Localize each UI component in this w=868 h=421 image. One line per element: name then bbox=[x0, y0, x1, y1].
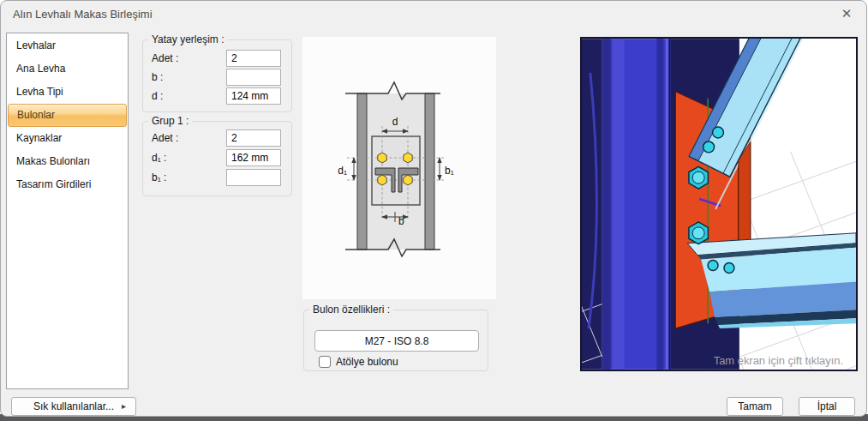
atolye-bulonu-checkbox[interactable] bbox=[319, 356, 331, 368]
sidebar-item-ana-levha[interactable]: Ana Levha bbox=[7, 57, 128, 81]
b1-label: b₁ : bbox=[152, 171, 166, 183]
sidebar-nav: Levhalar Ana Levha Levha Tipi Bulonlar K… bbox=[6, 33, 129, 389]
adet-input[interactable] bbox=[226, 50, 281, 67]
sidebar-item-makas-bulonlari[interactable]: Makas Bulonları bbox=[7, 150, 128, 173]
ok-button[interactable]: Tamam bbox=[727, 397, 783, 416]
d1-label: d₁ : bbox=[152, 152, 166, 164]
grup1-adet-input[interactable] bbox=[226, 129, 281, 147]
b1-input[interactable] bbox=[226, 169, 281, 186]
title-bar[interactable]: Alın Levhalı Makas Birleşimi ✕ bbox=[1, 1, 866, 27]
group-horizontal-layout-title: Yatay yerleşim : bbox=[148, 33, 227, 45]
column-flange-right bbox=[425, 93, 434, 250]
d-input[interactable] bbox=[226, 87, 281, 105]
preview-3d-viewport[interactable]: Tam ekran için çift tıklayın. bbox=[580, 37, 858, 371]
group-grup1: Grup 1 : Adet : d₁ : b₁ : bbox=[142, 121, 292, 196]
cancel-button[interactable]: İptal bbox=[799, 397, 855, 416]
b-input[interactable] bbox=[226, 69, 281, 86]
bolt-diagram-svg: d d₁ b₁ b bbox=[302, 37, 496, 299]
adet-label: Adet : bbox=[152, 52, 178, 64]
atolye-bulonu-label[interactable]: Atölye bulonu bbox=[336, 356, 398, 368]
group-bolt-properties: Bulon özellikleri : M27 - ISO 8.8 Atölye… bbox=[303, 310, 488, 371]
sidebar-item-levha-tipi[interactable]: Levha Tipi bbox=[7, 81, 128, 104]
column-3d bbox=[602, 39, 671, 370]
favorites-button-label: Sık kullanılanlar... bbox=[33, 400, 114, 412]
sidebar-item-kaynaklar[interactable]: Kaynaklar bbox=[7, 127, 128, 150]
d-label: d : bbox=[152, 90, 163, 102]
dim-label-b1: b₁ bbox=[445, 165, 454, 177]
grup1-adet-label: Adet : bbox=[152, 132, 178, 144]
d1-input[interactable] bbox=[226, 149, 281, 166]
dim-label-d: d bbox=[392, 116, 398, 128]
group-grup1-title: Grup 1 : bbox=[148, 115, 192, 127]
dialog-window: Alın Levhalı Makas Birleşimi ✕ Levhalar … bbox=[0, 0, 867, 417]
preview-3d-svg: Tam ekran için çift tıklayın. bbox=[582, 39, 856, 370]
dim-label-d1: d₁ bbox=[338, 165, 347, 177]
sidebar-item-levhalar[interactable]: Levhalar bbox=[7, 34, 128, 57]
bolt-spec-button[interactable]: M27 - ISO 8.8 bbox=[314, 330, 479, 352]
close-icon[interactable]: ✕ bbox=[839, 6, 854, 21]
fullscreen-hint-text: Tam ekran için çift tıklayın. bbox=[714, 354, 843, 367]
dim-label-b: b bbox=[398, 215, 404, 227]
favorites-arrow-icon: ▸ bbox=[122, 401, 126, 411]
sidebar-item-tasarim-girdileri[interactable]: Tasarım Girdileri bbox=[7, 173, 128, 196]
b-label: b : bbox=[152, 71, 163, 83]
group-bolt-properties-title: Bulon özellikleri : bbox=[309, 304, 393, 316]
group-horizontal-layout: Yatay yerleşim : Adet : b : d : bbox=[142, 39, 292, 112]
favorites-button[interactable]: Sık kullanılanlar... ▸ bbox=[11, 397, 136, 416]
bolt-layout-diagram: d d₁ b₁ b bbox=[302, 37, 496, 299]
column-flange-left bbox=[357, 93, 367, 250]
dialog-title: Alın Levhalı Makas Birleşimi bbox=[13, 8, 153, 21]
sidebar-item-bulonlar[interactable]: Bulonlar bbox=[8, 104, 127, 127]
